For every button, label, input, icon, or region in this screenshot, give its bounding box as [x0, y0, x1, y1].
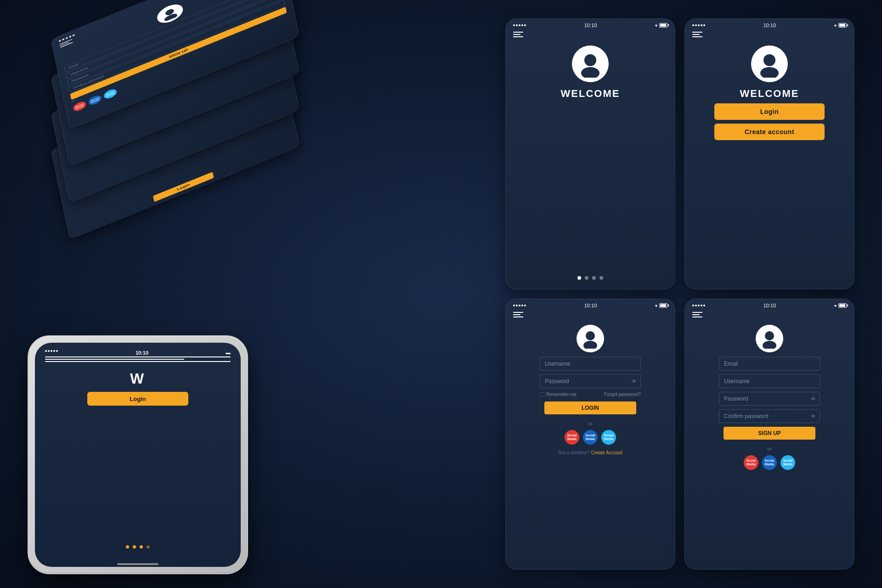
email-field-signup[interactable] — [719, 357, 820, 371]
create-account-link-login[interactable]: Create Account — [591, 450, 622, 455]
phys-dot-2 — [133, 545, 136, 548]
physical-phone-device: 10:10 ▬ W Login — [28, 335, 248, 574]
welcome-title-1: WELCOME — [561, 88, 620, 100]
phone-screen-area: 10:10 ▬ W Login — [35, 343, 241, 567]
signal-dots — [513, 24, 526, 26]
password-row-login: 👁 — [540, 374, 641, 388]
username-field-signup[interactable] — [719, 374, 820, 388]
phys-dot-1 — [126, 545, 129, 548]
wifi-icon-2: ▾ — [834, 23, 837, 28]
svg-point-2 — [763, 54, 775, 66]
welcome-content-1: WELCOME — [506, 41, 675, 289]
avatar-2 — [751, 45, 788, 82]
hamburger-2[interactable] — [685, 30, 854, 41]
iso-welcome-btn: Login — [153, 172, 214, 202]
signal-dots-4 — [692, 305, 705, 306]
phys-battery: ▬ — [226, 350, 231, 356]
battery-icon-3 — [659, 303, 667, 308]
avatar-3 — [577, 325, 604, 352]
phys-home-bar — [117, 563, 158, 565]
status-bar-2: 10:10 ▾ — [685, 19, 854, 30]
dot-1 — [577, 276, 581, 280]
create-account-button[interactable]: Create account — [714, 124, 825, 140]
phys-time: 10:10 — [136, 350, 148, 356]
eye-icon-signup[interactable]: 👁 — [810, 396, 816, 402]
wifi-icon-3: ▾ — [655, 303, 657, 308]
login-button[interactable]: Login — [714, 103, 825, 120]
phone-signup: 10:10 ▾ 👁 👁 — [684, 299, 854, 570]
svg-point-6 — [765, 331, 774, 340]
hamburger-3[interactable] — [506, 310, 675, 321]
phone-body: 10:10 ▬ W Login — [28, 335, 248, 574]
avatar-4 — [756, 325, 783, 352]
password-field-login[interactable] — [540, 374, 641, 388]
phone-screen-content: 10:10 ▬ W Login — [35, 343, 241, 567]
username-field-login[interactable] — [540, 357, 641, 371]
avatar-1 — [572, 45, 609, 82]
status-bar-1: 10:10 ▾ — [506, 19, 675, 30]
status-bar-3: 10:10 ▾ — [506, 299, 675, 310]
signup-form: 👁 👁 SIGN UP or SocialMedia SocialMedia S… — [685, 321, 854, 569]
status-bar-4: 10:10 ▾ — [685, 299, 854, 310]
dot-4 — [599, 276, 603, 280]
svg-point-5 — [583, 341, 597, 349]
status-time-4: 10:10 — [763, 303, 776, 308]
status-icons-3: ▾ — [655, 303, 667, 308]
phone-welcome-buttons: 10:10 ▾ WELCOME Login Create account — [684, 18, 854, 289]
phys-dot-4 — [147, 545, 150, 548]
battery-icon-2 — [838, 23, 847, 28]
social-btn-lblue-signup[interactable]: SocialMedia — [780, 455, 795, 470]
password-field-signup[interactable] — [719, 392, 820, 406]
remember-row: Remember me Forgot password? — [540, 392, 641, 397]
dot-2 — [585, 276, 588, 280]
remember-checkbox[interactable] — [540, 392, 544, 397]
phone-login: 10:10 ▾ 👁 Re — [505, 299, 675, 570]
forgot-password-link[interactable]: Forgot password? — [604, 392, 641, 397]
social-btn-red-login[interactable]: SocialMedia — [565, 430, 579, 445]
welcome-content-2: WELCOME Login Create account — [685, 41, 854, 289]
status-icons-1: ▾ — [655, 23, 667, 28]
svg-point-1 — [581, 67, 599, 78]
social-btn-lblue-login[interactable]: SocialMedia — [601, 430, 616, 445]
status-icons-2: ▾ — [834, 23, 847, 28]
phys-pagination — [126, 545, 150, 548]
eye-icon-confirm[interactable]: 👁 — [810, 413, 816, 420]
dot-3 — [592, 276, 596, 280]
iso-email-field: Email — [68, 63, 79, 69]
signal-dots-3 — [513, 305, 526, 306]
svg-point-3 — [760, 67, 779, 78]
social-row-signup: SocialMedia SocialMedia SocialMedia — [744, 455, 795, 470]
eye-icon-login[interactable]: 👁 — [631, 378, 637, 385]
login-form: 👁 Remember me Forgot password? LOGIN or … — [506, 321, 675, 569]
signal-dots-2 — [692, 24, 705, 26]
status-icons-4: ▾ — [834, 303, 847, 308]
wifi-icon-1: ▾ — [655, 23, 657, 28]
wifi-icon-4: ▾ — [834, 303, 837, 308]
social-btn-blue-login[interactable]: SocialMedia — [583, 430, 598, 445]
hamburger-4[interactable] — [685, 310, 854, 321]
social-row-login: SocialMedia SocialMedia SocialMedia — [565, 430, 616, 445]
left-panel: 10:10 W Login 10:10 Username Password — [0, 0, 395, 588]
right-panel: 10:10 ▾ WELCOME — [505, 18, 854, 570]
signup-btn[interactable]: SIGN UP — [724, 427, 815, 440]
social-btn-red-signup[interactable]: SocialMedia — [744, 455, 758, 470]
svg-point-7 — [763, 341, 776, 349]
confirm-password-field[interactable] — [719, 409, 820, 423]
battery-icon-4 — [838, 303, 847, 308]
phone-welcome-dots: 10:10 ▾ WELCOME — [505, 18, 675, 289]
phys-login-btn[interactable]: Login — [87, 392, 188, 406]
login-btn[interactable]: LOGIN — [544, 401, 636, 414]
not-member-login: Not a member? Create Account — [558, 450, 622, 455]
remember-label: Remember me — [546, 392, 577, 397]
pagination-1 — [577, 276, 603, 280]
svg-point-0 — [584, 54, 596, 66]
welcome-title-2: WELCOME — [740, 88, 799, 100]
svg-point-4 — [586, 331, 595, 340]
social-btn-blue-signup[interactable]: SocialMedia — [762, 455, 777, 470]
battery-icon-1 — [659, 23, 667, 28]
phys-dot-3 — [140, 545, 143, 548]
password-row-signup: 👁 — [719, 392, 820, 406]
hamburger-1[interactable] — [506, 30, 675, 41]
confirm-password-row-signup: 👁 — [719, 409, 820, 423]
phys-welcome-text: W — [130, 370, 146, 387]
